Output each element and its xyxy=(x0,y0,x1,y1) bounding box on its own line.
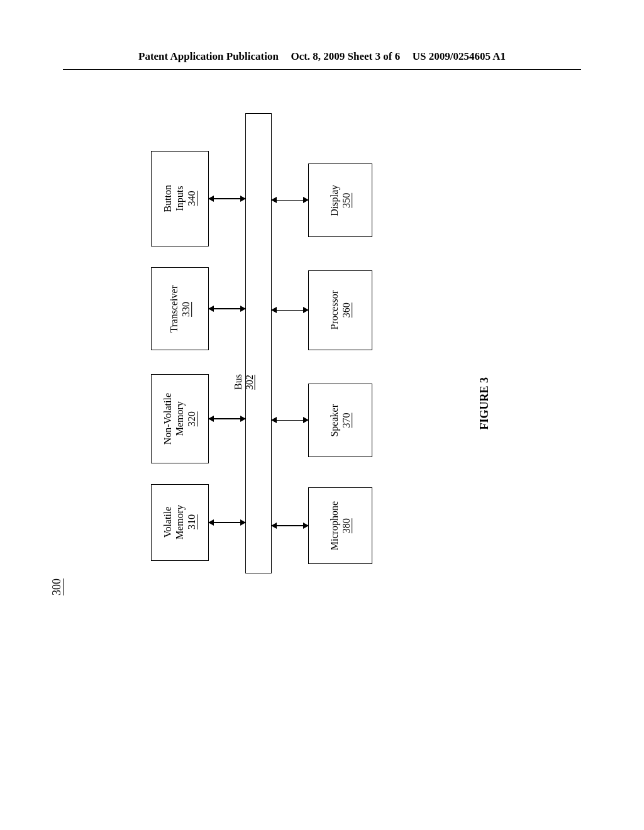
component-label: Display350 xyxy=(328,185,352,216)
connector-arrow xyxy=(209,308,245,309)
component-block: Transceiver330 xyxy=(151,267,209,350)
component-label: Microphone380 xyxy=(328,501,352,550)
figure-caption: FIGURE 3 xyxy=(478,377,491,430)
component-label: Non-VolatileMemory320 xyxy=(162,393,198,445)
component-block: Processor360 xyxy=(308,270,372,350)
figure-diagram: 300 FIGURE 3 Bus 302 VolatileMemory310No… xyxy=(75,113,516,711)
component-block: ButtonInputs340 xyxy=(151,151,209,246)
component-label: Processor360 xyxy=(328,290,352,329)
connector-arrow xyxy=(272,200,308,201)
connector-arrow xyxy=(272,525,308,526)
header-left: Patent Application Publication xyxy=(138,50,279,63)
page-header: Patent Application Publication Oct. 8, 2… xyxy=(63,0,581,70)
connector-arrow xyxy=(209,418,245,419)
component-label: Transceiver330 xyxy=(168,285,192,333)
component-block: Speaker370 xyxy=(308,384,372,457)
connector-arrow xyxy=(209,522,245,523)
header-right: US 2009/0254605 A1 xyxy=(413,50,506,63)
component-label: ButtonInputs340 xyxy=(162,185,198,213)
component-label: Speaker370 xyxy=(328,404,352,437)
component-block: Microphone380 xyxy=(308,487,372,564)
component-block: Display350 xyxy=(308,163,372,237)
connector-arrow xyxy=(209,198,245,199)
connector-arrow xyxy=(272,420,308,421)
component-label: VolatileMemory310 xyxy=(162,505,198,540)
component-block: Non-VolatileMemory320 xyxy=(151,374,209,463)
figure-reference-number: 300 xyxy=(50,578,64,595)
header-center: Oct. 8, 2009 Sheet 3 of 6 xyxy=(291,50,400,63)
component-block: VolatileMemory310 xyxy=(151,484,209,561)
bus-label: Bus 302 xyxy=(233,374,255,390)
connector-arrow xyxy=(272,310,308,311)
bus-block xyxy=(245,113,272,573)
